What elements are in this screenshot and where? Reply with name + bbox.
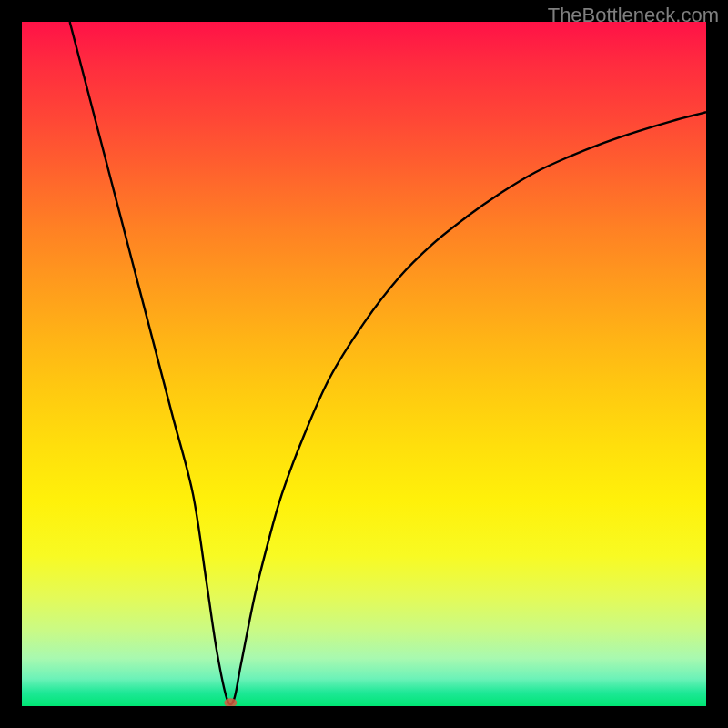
watermark-text: TheBottleneck.com [548,4,719,27]
plot-area [22,22,706,706]
chart-container: TheBottleneck.com [0,0,728,728]
chart-curve-layer [22,22,706,706]
bottleneck-curve [70,22,706,704]
